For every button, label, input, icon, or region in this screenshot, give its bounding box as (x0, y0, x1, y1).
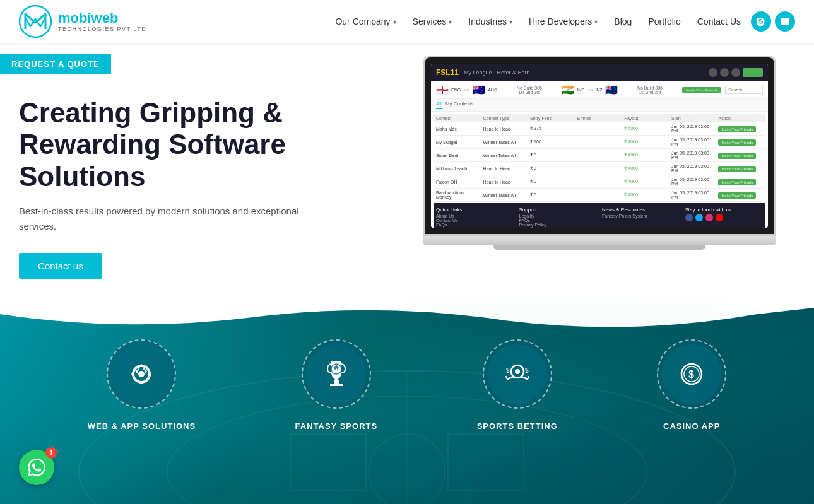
screen-search-input[interactable] (725, 86, 763, 94)
fantasy-label: FANTASY SPORTS (295, 421, 378, 431)
logo-icon (19, 5, 52, 38)
svg-rect-10 (330, 384, 343, 386)
nav-blog[interactable]: Blog (608, 11, 638, 32)
casino-label: CASINO APP (663, 421, 720, 431)
service-fantasy[interactable]: FANTASY SPORTS (295, 339, 378, 431)
whatsapp-badge: 1 (45, 447, 57, 459)
whatsapp-button[interactable]: 1 (19, 450, 54, 485)
nav-industries[interactable]: Industries ▾ (462, 11, 519, 32)
chevron-down-icon: ▾ (393, 18, 396, 25)
sports-betting-circle: $ $ (483, 339, 552, 409)
casino-icon: $ (676, 359, 707, 389)
nav-hire-developers[interactable]: Hire Developers ▾ (522, 11, 604, 32)
svg-rect-9 (334, 380, 339, 384)
logo-name: mobiweb (58, 11, 146, 25)
chevron-down-icon: ▾ (594, 18, 598, 25)
svg-point-13 (515, 369, 520, 374)
sports-betting-icon: $ $ (502, 359, 533, 389)
email-icon[interactable] (775, 11, 795, 32)
fantasy-icon (321, 359, 351, 389)
laptop-mockup: FSL11 My League Refer & Earn � (423, 56, 776, 250)
logo[interactable]: mobiweb TECHNOLOGIES PVT LTD (19, 5, 146, 38)
chevron-down-icon: ▾ (509, 18, 512, 25)
svg-text:$: $ (688, 369, 694, 380)
fantasy-circle (302, 339, 371, 409)
chevron-down-icon: ▾ (449, 18, 452, 25)
header: mobiweb TECHNOLOGIES PVT LTD Our Company… (0, 0, 814, 43)
request-quote-banner[interactable]: REQUEST A QUOTE (0, 54, 111, 74)
nav-contact-us[interactable]: Contact Us (691, 11, 747, 32)
logo-tagline: TECHNOLOGIES PVT LTD (58, 26, 146, 32)
nav-services[interactable]: Services ▾ (406, 11, 459, 32)
contact-us-button[interactable]: Contact us (19, 253, 102, 279)
hero-subtitle: Best-in-class results powered by modern … (19, 204, 334, 234)
services-row: WEB & APP SOLUTIONS FANTASY SP (0, 295, 814, 456)
screen-logo: FSL11 (436, 68, 459, 77)
service-web-app[interactable]: WEB & APP SOLUTIONS (88, 339, 196, 431)
web-app-icon (127, 360, 155, 388)
svg-text:$: $ (525, 367, 529, 374)
service-sports-betting[interactable]: $ $ SPORTS BETTING (477, 339, 558, 431)
service-casino[interactable]: $ CASINO APP (657, 339, 726, 431)
web-app-circle (107, 339, 176, 409)
nav-portfolio[interactable]: Portfolio (642, 11, 687, 32)
main-nav: Our Company ▾ Services ▾ Industries ▾ Hi… (329, 11, 795, 32)
hero-section: REQUEST A QUOTE Creating Gripping & Rewa… (0, 43, 814, 295)
hero-text: Creating Gripping & Rewarding Software S… (19, 97, 410, 279)
casino-circle: $ (657, 339, 726, 409)
quote-banner-wrapper: REQUEST A QUOTE (0, 43, 111, 74)
whatsapp-icon (28, 459, 45, 476)
web-app-label: WEB & APP SOLUTIONS (88, 421, 196, 431)
sports-betting-label: SPORTS BETTING (477, 421, 558, 431)
services-section: WEB & APP SOLUTIONS FANTASY SP (0, 295, 814, 504)
hero-title: Creating Gripping & Rewarding Software S… (19, 97, 410, 193)
nav-our-company[interactable]: Our Company ▾ (329, 11, 402, 32)
skype-icon[interactable] (751, 11, 771, 32)
svg-text:$: $ (506, 367, 510, 374)
